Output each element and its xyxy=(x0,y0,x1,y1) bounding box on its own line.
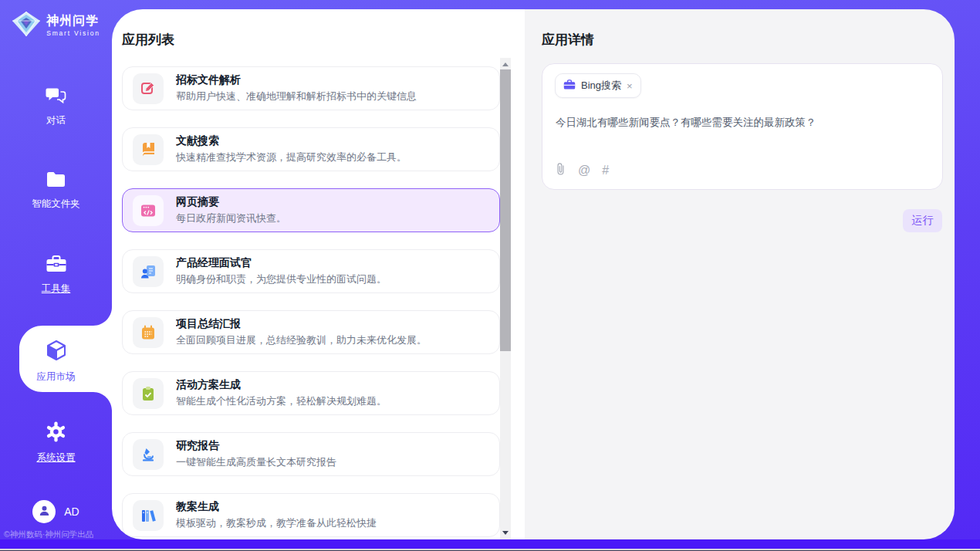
app-card-research-report[interactable]: 研究报告 一键智能生成高质量长文本研究报告 xyxy=(122,432,500,476)
content-container: 应用列表 招标文件解析 帮助用户快速、准确地理解和解析招标书中的关键信息 xyxy=(112,9,955,539)
sidebar-item-settings[interactable]: 系统设置 xyxy=(0,421,112,465)
app-card-description: 每日政府新闻资讯快查。 xyxy=(176,211,286,225)
app-card-description: 智能生成个性化活动方案，轻松解决规划难题。 xyxy=(176,394,387,408)
app-card-bid-parse[interactable]: 招标文件解析 帮助用户快速、准确地理解和解析招标书中的关键信息 xyxy=(122,66,500,110)
folder-icon xyxy=(46,171,66,191)
app-card-title: 文献搜索 xyxy=(176,134,407,148)
cube-icon xyxy=(46,340,66,364)
app-card-webpage-summary[interactable]: 网页摘要 每日政府新闻资讯快查。 xyxy=(122,188,500,232)
app-detail-panel: 应用详情 Bing搜索 × 今日湖北有哪些新闻要点？有哪些需要关注的最新政策？ xyxy=(525,9,955,539)
chat-icon xyxy=(46,86,66,108)
app-card-description: 一键智能生成高质量长文本研究报告 xyxy=(176,455,336,469)
paperclip-icon[interactable] xyxy=(555,162,566,179)
app-card-description: 全面回顾项目进展，总结经验教训，助力未来优化发展。 xyxy=(176,333,427,347)
tool-chip-label: Bing搜索 xyxy=(581,79,621,93)
user-name: AD xyxy=(64,505,79,518)
brand-subtitle: Smart Vision xyxy=(46,29,100,37)
sidebar: 神州问学 Smart Vision 对话 智能文件夹 xyxy=(0,0,112,551)
app-card-title: 项目总结汇报 xyxy=(176,317,427,331)
app-list-title: 应用列表 xyxy=(122,31,174,49)
query-text[interactable]: 今日湖北有哪些新闻要点？有哪些需要关注的最新政策？ xyxy=(556,115,931,130)
sidebar-item-smart-folder[interactable]: 智能文件夹 xyxy=(0,171,112,211)
brand-name: 神州问学 xyxy=(46,14,100,28)
query-editor-card[interactable]: Bing搜索 × 今日湖北有哪些新闻要点？有哪些需要关注的最新政策？ @ # xyxy=(542,63,943,190)
app-card-lesson-plan[interactable]: 教案生成 模板驱动，教案秒成，教学准备从此轻松快捷 xyxy=(122,493,500,537)
sidebar-item-toolset[interactable]: 工具集 xyxy=(0,255,112,296)
app-card-description: 快速精准查找学术资源，提高研究效率的必备工具。 xyxy=(176,150,407,164)
pm-interviewer-icon xyxy=(133,256,164,287)
sidebar-item-label: 对话 xyxy=(46,114,66,127)
copyright-footer: ©神州数码·神州问学出品 xyxy=(4,529,112,540)
gear-icon xyxy=(46,421,66,445)
research-report-icon xyxy=(133,439,164,470)
app-list-scrollbar[interactable] xyxy=(500,58,511,539)
avatar xyxy=(32,500,56,523)
project-summary-icon xyxy=(133,317,164,348)
app-card-title: 产品经理面试官 xyxy=(176,256,387,270)
hash-icon[interactable]: # xyxy=(602,164,609,177)
app-card-title: 招标文件解析 xyxy=(176,73,417,87)
sidebar-item-label: 应用市场 xyxy=(37,370,76,384)
app-card-title: 教案生成 xyxy=(176,500,377,514)
tool-chip-bing-search[interactable]: Bing搜索 × xyxy=(555,73,641,98)
scrollbar-thumb[interactable] xyxy=(500,69,511,351)
sidebar-item-label: 系统设置 xyxy=(37,451,76,465)
brand-logo: 神州问学 Smart Vision xyxy=(0,11,112,40)
sidebar-item-label: 智能文件夹 xyxy=(32,198,80,211)
bid-document-parse-icon xyxy=(133,73,164,104)
app-card-project-summary[interactable]: 项目总结汇报 全面回顾项目进展，总结经验教训，助力未来优化发展。 xyxy=(122,310,500,354)
app-market-page: { "brand": { "name": "神州问学", "subtitle":… xyxy=(0,0,980,551)
app-card-description: 明确身份和职责，为您提供专业性的面试问题。 xyxy=(176,272,387,286)
at-icon[interactable]: @ xyxy=(578,164,590,177)
event-plan-icon xyxy=(133,378,164,409)
webpage-summary-icon xyxy=(133,195,164,226)
app-card-title: 网页摘要 xyxy=(176,195,286,209)
run-button[interactable]: 运行 xyxy=(903,209,942,232)
app-card-literature-search[interactable]: 文献搜索 快速精准查找学术资源，提高研究效率的必备工具。 xyxy=(122,127,500,171)
sidebar-item-label: 工具集 xyxy=(42,282,71,296)
sidebar-item-app-market[interactable]: 应用市场 xyxy=(0,340,112,384)
scroll-down-icon[interactable] xyxy=(502,531,509,535)
app-card-title: 研究报告 xyxy=(176,439,336,453)
briefcase-icon xyxy=(563,79,576,93)
app-list-panel: 应用列表 招标文件解析 帮助用户快速、准确地理解和解析招标书中的关键信息 xyxy=(112,9,525,539)
sidebar-item-chat[interactable]: 对话 xyxy=(0,86,112,127)
app-detail-title: 应用详情 xyxy=(542,31,594,49)
app-card-list: 招标文件解析 帮助用户快速、准确地理解和解析招标书中的关键信息 文献搜索 快速精… xyxy=(122,66,500,539)
literature-search-icon xyxy=(133,134,164,165)
input-toolbar: @ # xyxy=(555,162,609,179)
app-card-description: 模板驱动，教案秒成，教学准备从此轻松快捷 xyxy=(176,516,377,530)
app-card-description: 帮助用户快速、准确地理解和解析招标书中的关键信息 xyxy=(176,90,417,103)
toolbox-icon xyxy=(46,255,67,276)
app-card-pm-interviewer[interactable]: 产品经理面试官 明确身份和职责，为您提供专业性的面试问题。 xyxy=(122,249,500,293)
app-card-title: 活动方案生成 xyxy=(176,378,387,392)
app-card-event-plan[interactable]: 活动方案生成 智能生成个性化活动方案，轻松解决规划难题。 xyxy=(122,371,500,415)
lesson-plan-icon xyxy=(133,500,164,531)
bottom-accent-bar xyxy=(0,539,980,549)
close-icon[interactable]: × xyxy=(627,81,633,91)
user-account[interactable]: AD xyxy=(0,500,112,523)
scroll-up-icon[interactable] xyxy=(502,63,509,66)
gem-diamond-icon xyxy=(12,11,41,40)
person-avatar-icon xyxy=(38,504,51,519)
